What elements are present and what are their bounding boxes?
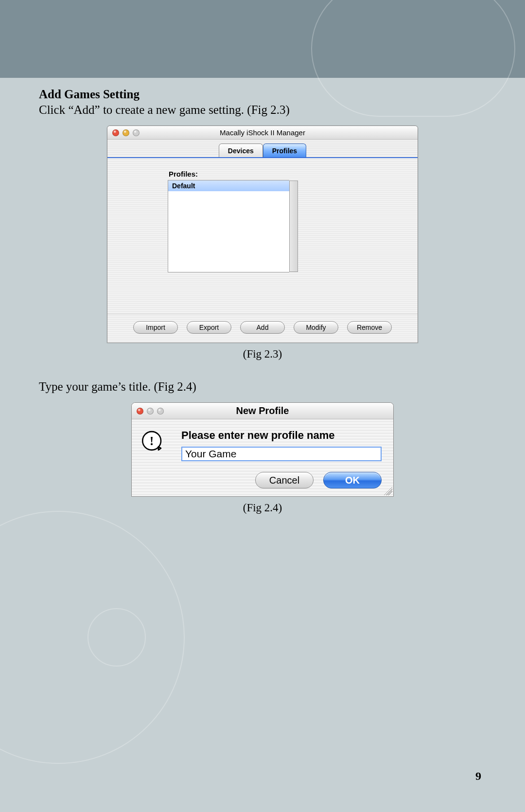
export-button[interactable]: Export [187,321,231,334]
alert-icon: ! [141,429,169,452]
minimize-icon[interactable] [122,129,129,136]
section-heading: Add Games Setting [39,88,486,101]
close-icon[interactable] [137,408,143,415]
remove-button[interactable]: Remove [347,321,392,334]
zoom-icon [157,408,164,415]
profiles-listbox[interactable]: Default [168,180,289,272]
minimize-icon [147,408,154,415]
cancel-button[interactable]: Cancel [255,472,314,488]
tab-bar: Devices Profiles [107,140,418,158]
step2-text: Type your game’s title. (Fig 2.4) [39,380,486,394]
button-row: Import Export Add Modify Remove [107,314,418,343]
add-button[interactable]: Add [240,321,285,334]
window-title: Macally iShock II Manager [107,128,418,137]
fig24-caption: (Fig 2.4) [39,502,486,514]
dialog-body: ! Please enter new profile name Cancel O… [132,419,393,496]
page-number: 9 [475,770,481,783]
zoom-icon[interactable] [133,129,140,136]
svg-text:!: ! [150,434,154,448]
fig23-caption: (Fig 2.3) [39,348,486,361]
ok-button[interactable]: OK [323,472,382,488]
import-button[interactable]: Import [133,321,178,334]
titlebar: Macally iShock II Manager [107,126,418,140]
header-band [0,0,525,78]
window-body: Profiles: Default [107,158,418,314]
scrollbar[interactable] [289,180,298,272]
fig24-dialog: New Profile ! Please enter new profile n… [131,402,394,497]
intro-text: Click “Add” to create a new game setting… [39,103,486,117]
close-icon[interactable] [112,129,119,136]
fig23-window: Macally iShock II Manager Devices Profil… [107,126,418,343]
tab-devices[interactable]: Devices [219,144,263,157]
dialog-prompt: Please enter new profile name [181,429,382,442]
traffic-lights [132,408,164,415]
list-item[interactable]: Default [168,180,289,191]
modify-button[interactable]: Modify [294,321,338,334]
resize-grip-icon[interactable] [384,487,392,495]
titlebar: New Profile [132,403,393,419]
profiles-label: Profiles: [169,170,406,178]
window-title: New Profile [132,405,393,416]
profile-name-input[interactable] [181,447,382,461]
traffic-lights [107,129,140,136]
tab-profiles[interactable]: Profiles [263,144,306,157]
